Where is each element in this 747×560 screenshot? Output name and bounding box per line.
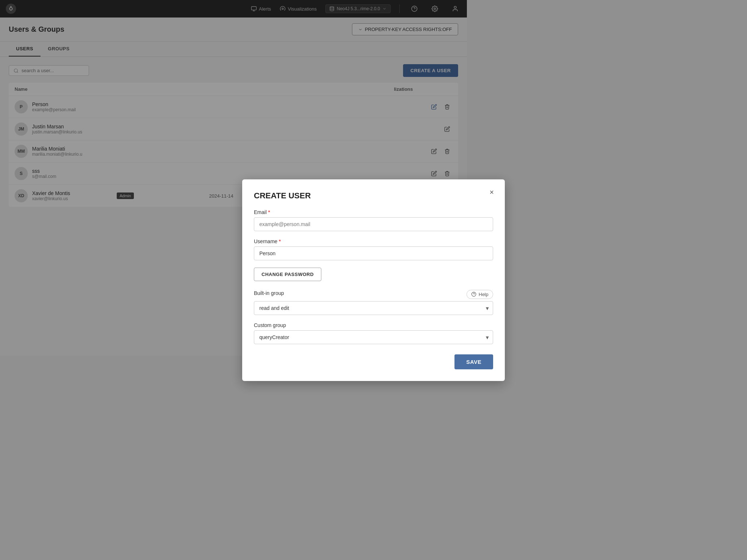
username-label: Username *	[254, 238, 467, 244]
custom-group-form-group: Custom group queryCreator analyst viewer…	[254, 322, 467, 344]
email-required-star: *	[268, 209, 270, 215]
email-label: Email *	[254, 209, 467, 215]
create-user-modal: CREATE USER × Email * Username * CHANGE …	[242, 179, 467, 356]
custom-group-select-wrapper: queryCreator analyst viewer ▾	[254, 330, 467, 344]
change-password-button[interactable]: CHANGE PASSWORD	[254, 268, 321, 281]
builtin-group-select-wrapper: read and edit admin read ▾	[254, 301, 467, 315]
save-button[interactable]: SAVE	[454, 354, 467, 356]
username-form-group: Username *	[254, 238, 467, 260]
custom-group-select[interactable]: queryCreator analyst viewer	[254, 330, 467, 344]
builtin-group-label: Built-in group	[254, 290, 284, 296]
modal-title: CREATE USER	[254, 191, 467, 201]
custom-group-label: Custom group	[254, 322, 467, 328]
builtin-group-form-group: Built-in group Help read and edit admin …	[254, 290, 467, 315]
modal-footer: SAVE	[254, 354, 467, 356]
email-form-group: Email *	[254, 209, 467, 231]
email-field[interactable]	[254, 217, 467, 231]
builtin-group-select[interactable]: read and edit admin read	[254, 301, 467, 315]
help-button[interactable]: Help	[467, 290, 467, 299]
username-required-star: *	[279, 238, 281, 244]
username-field[interactable]	[254, 246, 467, 260]
modal-overlay[interactable]: CREATE USER × Email * Username * CHANGE …	[0, 0, 467, 356]
builtin-group-row: Built-in group Help	[254, 290, 467, 299]
